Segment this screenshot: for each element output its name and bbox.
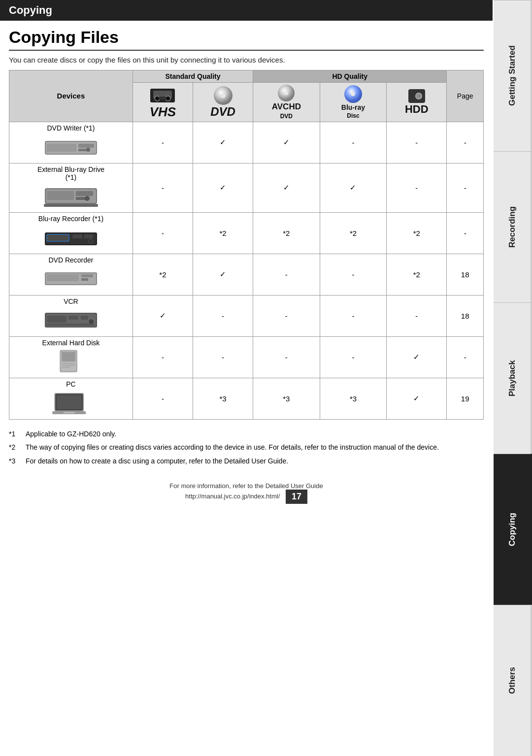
vcr-vhs: ✓ — [133, 295, 193, 336]
vcr-image — [44, 307, 98, 333]
devices-header: Devices — [9, 70, 133, 122]
page-title: Copying Files — [9, 28, 484, 51]
ext-hdd-page: - — [447, 336, 484, 378]
dvd-recorder-bluray: - — [320, 254, 387, 295]
pc-page: 19 — [447, 378, 484, 419]
page-header: Page — [447, 70, 484, 122]
table-row: DVD Writer (*1) - ✓ ✓ - - - — [9, 122, 484, 163]
vcr-page: 18 — [447, 295, 484, 336]
svg-point-16 — [85, 196, 90, 201]
svg-point-3 — [166, 96, 170, 101]
dvd-recorder-dvd: ✓ — [193, 254, 253, 295]
vcr-bluray: - — [320, 295, 387, 336]
dvd-writer-page: - — [447, 122, 484, 163]
ext-hdd-image — [44, 349, 98, 374]
device-name-ext-hdd: External Hard Disk — [10, 339, 132, 347]
bluray-recorder-image — [44, 225, 98, 250]
device-cell-bluray-drive: External Blu-ray Drive(*1) — [9, 163, 133, 212]
svg-rect-27 — [81, 274, 93, 277]
svg-rect-26 — [47, 274, 79, 281]
vcr-avchd: - — [253, 295, 320, 336]
avchd-label: AVCHD — [272, 102, 301, 112]
footnote-3-star: *3 — [9, 456, 21, 467]
table-row: External Blu-ray Drive(*1) - ✓ ✓ ✓ - — [9, 163, 484, 212]
dvd-recorder-hdd: *2 — [387, 254, 447, 295]
bluray-drive-vhs: - — [133, 163, 193, 212]
pc-dvd: *3 — [193, 378, 253, 419]
quality-header-row: Devices Standard Quality HD Quality Page — [9, 70, 484, 83]
table-row: VCR ✓ - - - - 18 — [9, 295, 484, 336]
pc-hdd: ✓ — [387, 378, 447, 419]
bluray-drive-avchd: ✓ — [253, 163, 320, 212]
hdd-shape-icon — [408, 89, 425, 103]
hdd-label: HDD — [405, 104, 429, 115]
dvd-writer-bluray: - — [320, 122, 387, 163]
ext-hdd-avchd: - — [253, 336, 320, 378]
dvd-writer-image — [44, 134, 98, 160]
footer-url: http://manual.jvc.co.jp/index.html/ — [185, 493, 280, 500]
bluray-recorder-avchd: *2 — [253, 212, 320, 254]
footnote-1: *1 Applicable to GZ-HD620 only. — [9, 428, 484, 440]
svg-rect-31 — [47, 316, 66, 323]
ext-hdd-dvd: - — [193, 336, 253, 378]
device-name-dvd-recorder: DVD Recorder — [10, 256, 132, 264]
ext-hdd-hdd: ✓ — [387, 336, 447, 378]
bluray-disc-sub: Disc — [347, 112, 359, 119]
bluray-recorder-bluray: *2 — [320, 212, 387, 254]
compatibility-table: Devices Standard Quality HD Quality Page — [9, 70, 484, 420]
bluray-drive-image — [44, 183, 98, 209]
bluray-label: Blu-ray — [341, 104, 365, 111]
footnotes-section: *1 Applicable to GZ-HD620 only. *2 The w… — [9, 428, 484, 467]
svg-rect-41 — [62, 366, 70, 368]
section-header-label: Copying — [9, 4, 52, 16]
dvd-format-header: DVD — [193, 83, 253, 122]
device-name-bluray-drive: External Blu-ray Drive(*1) — [10, 165, 132, 181]
sidebar-tab-others[interactable]: Others — [494, 605, 532, 756]
sidebar-tab-playback[interactable]: Playback — [494, 302, 532, 454]
svg-rect-38 — [62, 352, 75, 362]
bluray-recorder-page: - — [447, 212, 484, 254]
svg-rect-9 — [78, 149, 87, 151]
table-row: Blu-ray Recorder (*1) - *2 *2 *2 *2 - — [9, 212, 484, 254]
footer-text: For more information, refer to the Detai… — [169, 482, 323, 490]
svg-rect-20 — [47, 234, 69, 241]
dvd-recorder-vhs: *2 — [133, 254, 193, 295]
svg-rect-13 — [47, 191, 74, 200]
svg-rect-21 — [72, 234, 82, 238]
dvd-writer-avchd: ✓ — [253, 122, 320, 163]
device-cell-dvd-writer: DVD Writer (*1) — [9, 122, 133, 163]
footnote-1-star: *1 — [9, 428, 21, 440]
sidebar-tab-getting-started[interactable]: Getting Started — [494, 0, 532, 151]
footnote-3-text: For details on how to create a disc usin… — [26, 456, 288, 467]
bluray-drive-hdd: - — [387, 163, 447, 212]
pc-bluray: *3 — [320, 378, 387, 419]
table-row: External Hard Disk - - - - ✓ - — [9, 336, 484, 378]
svg-rect-22 — [84, 234, 93, 238]
avchd-disc-icon — [278, 85, 295, 101]
page-footer: For more information, refer to the Detai… — [9, 482, 484, 509]
sidebar-tab-copying[interactable]: Copying — [494, 454, 532, 605]
hdd-format-header: HDD — [387, 83, 447, 122]
dvd-disc-icon — [214, 86, 233, 105]
svg-rect-40 — [62, 364, 74, 366]
bluray-drive-page: - — [447, 163, 484, 212]
svg-rect-35 — [47, 324, 94, 326]
device-name-pc: PC — [10, 380, 132, 388]
device-cell-dvd-recorder: DVD Recorder — [9, 254, 133, 295]
svg-rect-39 — [62, 362, 74, 364]
sidebar-tab-recording[interactable]: Recording — [494, 151, 532, 302]
avchd-dvd-sub: DVD — [280, 113, 293, 120]
intro-text: You can create discs or copy the files o… — [9, 56, 484, 64]
bluray-drive-bluray: ✓ — [320, 163, 387, 212]
svg-rect-4 — [159, 97, 166, 99]
dvd-writer-dvd: ✓ — [193, 122, 253, 163]
svg-point-23 — [89, 239, 93, 243]
dvd-recorder-avchd: - — [253, 254, 320, 295]
pc-avchd: *3 — [253, 378, 320, 419]
svg-point-10 — [86, 148, 90, 152]
dvd-writer-hdd: - — [387, 122, 447, 163]
dvd-recorder-page: 18 — [447, 254, 484, 295]
footnote-2: *2 The way of copying files or creating … — [9, 442, 484, 454]
vcr-dvd: - — [193, 295, 253, 336]
avchd-format-header: AVCHD DVD — [253, 83, 320, 122]
